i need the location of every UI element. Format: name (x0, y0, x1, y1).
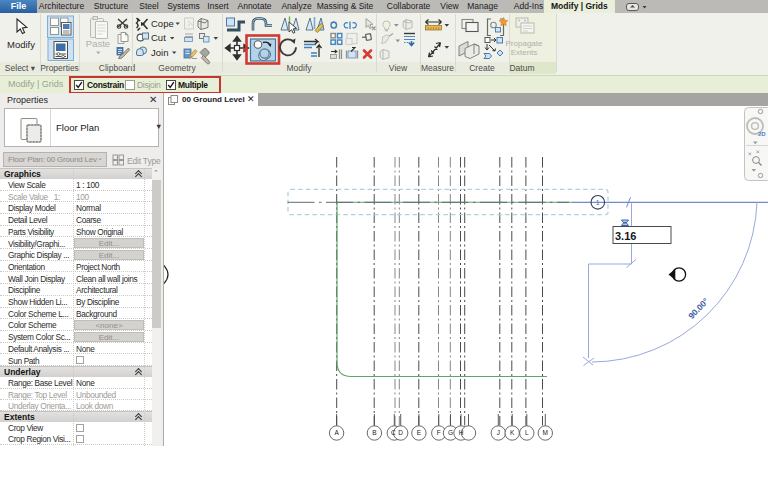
svg-text:J: J (497, 429, 500, 436)
svg-text:M: M (543, 429, 548, 436)
svg-text:2D: 2D (758, 131, 766, 137)
svg-text:F: F (437, 429, 441, 436)
svg-text:3.16: 3.16 (615, 230, 636, 242)
svg-text:L: L (525, 429, 529, 436)
svg-text:D: D (398, 429, 403, 436)
svg-text:Extents: Extents (511, 48, 538, 57)
svg-text:A: A (334, 429, 339, 436)
svg-text:H: H (459, 429, 464, 436)
svg-text:B: B (372, 429, 376, 436)
svg-text:90.00°: 90.00° (686, 296, 711, 321)
svg-text:Modify: Modify (7, 39, 35, 50)
svg-text:Paste: Paste (86, 38, 110, 49)
svg-text:Propagate: Propagate (506, 39, 543, 48)
svg-text:G: G (448, 429, 453, 436)
svg-text:E: E (417, 429, 422, 436)
svg-text:Cut: Cut (151, 32, 166, 43)
svg-text:Join: Join (151, 47, 168, 58)
svg-text:Cope: Cope (151, 18, 174, 29)
svg-text:C: C (391, 429, 396, 436)
svg-text:K: K (510, 429, 515, 436)
svg-text:1: 1 (596, 199, 600, 206)
